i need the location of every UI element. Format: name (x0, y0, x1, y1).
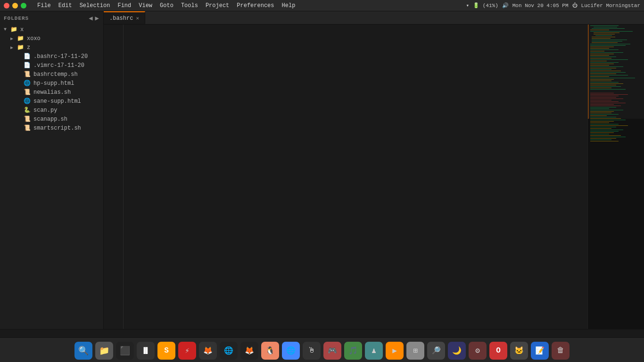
menu-selection[interactable]: Selection (76, 1, 114, 10)
svg-rect-54 (590, 100, 611, 100)
tab-bar: .bashrc ✕ (104, 11, 644, 25)
dock-trash[interactable]: 🗑 (552, 342, 570, 360)
tree-bashrctemp-label: bashrctemp.sh (33, 71, 78, 78)
dock-search[interactable]: 🔎 (427, 342, 445, 360)
tab-bashrc[interactable]: .bashrc ✕ (104, 11, 145, 24)
svg-rect-70 (590, 123, 609, 123)
nav-prev[interactable]: ◀ (89, 14, 93, 22)
file-icon-bashrc-old: 📄 (24, 53, 32, 60)
folder-icon-xoxo: 📁 (17, 35, 25, 42)
menu-view[interactable]: View (135, 1, 156, 10)
tree-hp-supp[interactable]: 🌐 hp-supp.html (0, 79, 103, 88)
minimize-button[interactable] (12, 3, 18, 8)
file-icon-newalias: 📜 (24, 89, 32, 96)
menu-file[interactable]: File (34, 1, 54, 10)
dock-ubuntu[interactable]: 🐧 (261, 342, 279, 360)
sidebar-nav: ◀ ▶ (89, 14, 99, 22)
dock-firefox2[interactable]: 🌐 (220, 342, 238, 360)
dock-music[interactable]: 🎵 (344, 342, 362, 360)
code-content[interactable] (124, 25, 587, 329)
menu-edit[interactable]: Edit (55, 1, 75, 10)
svg-rect-74 (590, 128, 611, 129)
dock-app1[interactable]: ⚡ (178, 342, 196, 360)
maximize-button[interactable] (21, 3, 26, 8)
tree-scanapp[interactable]: 📜 scanapp.sh (0, 115, 103, 123)
dock-opera[interactable]: O (489, 342, 507, 360)
tree-root-x[interactable]: ▼ 📁 x (0, 25, 103, 34)
tree-z-label: z (27, 44, 30, 51)
svg-rect-71 (590, 124, 619, 124)
sidebar-header: FOLDERS ◀ ▶ (0, 11, 103, 25)
svg-rect-78 (590, 134, 609, 134)
tree-z[interactable]: ▶ 📁 z (0, 43, 103, 52)
close-button[interactable] (4, 3, 9, 8)
menu-tools[interactable]: Tools (178, 1, 201, 10)
tree-hp-supp-label: hp-supp.html (33, 80, 74, 87)
dock-finder[interactable]: 🔍 (74, 342, 92, 360)
file-icon-smartscript: 📜 (24, 124, 32, 132)
tree-smartscript[interactable]: 📜 smartscript.sh (0, 123, 103, 132)
dock-chrome[interactable]: 🌐 (282, 342, 300, 360)
svg-rect-83 (590, 141, 619, 141)
tree-scan-py-label: scan.py (33, 107, 57, 114)
dock-files[interactable]: 📁 (95, 342, 113, 360)
svg-rect-53 (590, 99, 623, 99)
menu-preferences[interactable]: Preferences (233, 1, 277, 10)
tree-smartscript-label: smartscript.sh (33, 125, 81, 132)
menu-help[interactable]: Help (279, 1, 299, 10)
line-numbers (104, 25, 124, 329)
nav-next[interactable]: ▶ (95, 14, 99, 22)
tree-arrow-xoxo: ▶ (10, 36, 17, 41)
dock-terminal2[interactable]: ▐▌ (137, 342, 155, 360)
main-layout: FOLDERS ◀ ▶ ▼ 📁 x ▶ 📁 xoxo ▶ 📁 (0, 11, 644, 329)
svg-rect-58 (590, 106, 621, 106)
file-icon-scan-py: 🐍 (24, 107, 32, 114)
folders-label: FOLDERS (4, 16, 29, 21)
menu-goto[interactable]: Goto (157, 1, 177, 10)
dock-cat[interactable]: 🐱 (510, 342, 528, 360)
tree-xoxo[interactable]: ▶ 📁 xoxo (0, 34, 103, 43)
dock-app2[interactable]: 🎮 (323, 342, 341, 360)
menu-project[interactable]: Project (202, 1, 232, 10)
dock-vlc[interactable]: ▶ (386, 342, 404, 360)
svg-rect-59 (590, 107, 616, 107)
file-icon-bashrctemp: 📜 (24, 71, 32, 78)
svg-rect-60 (590, 108, 609, 109)
menu-bar: File Edit Selection Find View Goto Tools… (34, 1, 298, 10)
tree-newalias[interactable]: 📜 newalias.sh (0, 88, 103, 97)
dock-firefox3[interactable]: 🦊 (240, 342, 258, 360)
power-icon: ⏻ (572, 2, 578, 8)
tree-vimrc-old[interactable]: 📄 .vimrc-17-11-20 (0, 61, 103, 70)
file-icon-vimrc-old: 📄 (24, 62, 32, 69)
sidebar: FOLDERS ◀ ▶ ▼ 📁 x ▶ 📁 xoxo ▶ 📁 (0, 11, 104, 329)
dock-record[interactable]: ⚙ (469, 342, 487, 360)
svg-rect-52 (590, 97, 616, 98)
tree-arrow-x: ▼ (4, 27, 10, 32)
dock-bg[interactable]: 🌙 (448, 342, 466, 360)
code-container[interactable] (104, 25, 644, 329)
dock-chess[interactable]: ♟ (365, 342, 383, 360)
dock-sublime[interactable]: S (157, 342, 175, 360)
tab-bashrc-close[interactable]: ✕ (136, 15, 139, 21)
dock-terminal[interactable]: ⬛ (116, 342, 134, 360)
menu-find[interactable]: Find (114, 1, 134, 10)
tree-root-label: x (20, 26, 24, 33)
tree-sane-supp[interactable]: 🌐 sane-supp.html (0, 97, 103, 106)
file-icon-sane-supp: 🌐 (24, 98, 32, 105)
tree-bashrctemp[interactable]: 📜 bashrctemp.sh (0, 70, 103, 79)
tree-vimrc-old-label: .vimrc-17-11-20 (33, 62, 84, 69)
dock-firefox1[interactable]: 🦊 (199, 342, 217, 360)
dock-mouse[interactable]: 🖱 (303, 342, 321, 360)
volume-icon: 🔊 (502, 2, 509, 8)
svg-rect-55 (590, 101, 619, 102)
svg-rect-50 (590, 94, 628, 95)
svg-rect-65 (590, 115, 607, 116)
dock-grid[interactable]: ⊞ (406, 342, 424, 360)
svg-rect-56 (590, 103, 626, 103)
folder-icon: 📁 (10, 26, 19, 33)
dock-notes[interactable]: 📝 (531, 342, 549, 360)
tree-scan-py[interactable]: 🐍 scan.py (0, 106, 103, 115)
tree-bashrc-old[interactable]: 📄 .bashrc-17-11-20 (0, 52, 103, 61)
tab-bashrc-label: .bashrc (109, 15, 133, 22)
minimap[interactable] (587, 25, 644, 329)
